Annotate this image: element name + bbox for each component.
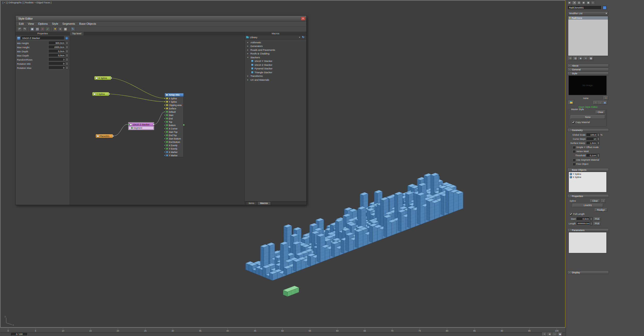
array-output-port[interactable] (183, 124, 185, 126)
pin-stack-icon[interactable]: ⊙ (568, 56, 573, 60)
clear-spline-button[interactable]: Clear (590, 199, 600, 202)
array-port-y-spline[interactable]: Y Spline (165, 100, 183, 103)
output-port[interactable] (153, 124, 155, 125)
array-port-surface[interactable]: Surface (165, 107, 183, 110)
param-value-field[interactable]: 0,0cm (49, 50, 65, 53)
tab-create-icon[interactable]: ▶ (567, 1, 572, 5)
rollout-style[interactable]: − Style (567, 72, 609, 75)
tab-top-level[interactable]: Top level (70, 32, 84, 35)
menu-style[interactable]: Style (50, 22, 60, 25)
refresh-library-icon[interactable]: ↻ (302, 36, 305, 39)
node-plane001[interactable]: Plane001 (96, 134, 113, 138)
tab-hierarchy-icon[interactable]: ▤ (577, 1, 581, 5)
expand-icon[interactable]: − (568, 129, 571, 131)
surface-interp-field[interactable]: 1,0cm (587, 142, 597, 145)
expand-icon[interactable]: + (568, 64, 571, 67)
param-spinner[interactable] (66, 45, 68, 49)
array-port-bottom[interactable]: Bottom (165, 124, 183, 127)
array-port-start-bottom[interactable]: Start Bottom (165, 137, 183, 140)
pick-start-button[interactable]: Pick (594, 217, 600, 220)
paste-icon[interactable]: ▤ (35, 27, 40, 31)
zoom-icon[interactable]: + (542, 332, 547, 336)
node-name-field[interactable]: 10x10 Z Stacker (21, 36, 64, 40)
global-scale-field[interactable]: 100,0 (587, 133, 597, 136)
array-port-x-evenly[interactable]: X Evenly (165, 144, 183, 147)
vertex-weld-checkbox[interactable] (573, 150, 575, 153)
global-scale-spinner[interactable] (597, 133, 600, 137)
rollout-general[interactable]: + General (567, 68, 609, 71)
start-spinner[interactable] (590, 217, 592, 221)
timeline-ruler[interactable]: 0510152025303540455055606570758085909510… (0, 328, 565, 332)
array-port-top[interactable]: Top (165, 120, 183, 124)
menu-view[interactable]: View (26, 22, 36, 25)
free-object-checkbox[interactable] (573, 163, 575, 165)
expand-icon[interactable]: + (568, 68, 571, 71)
make-unique-icon[interactable]: ◈ (578, 56, 583, 60)
tree-category-arithmetic[interactable]: ▸Arithmetic (245, 40, 306, 44)
use-segment-material-checkbox[interactable] (573, 159, 575, 161)
param-spinner[interactable] (66, 54, 68, 57)
tab-display-icon[interactable]: ▣ (586, 1, 590, 5)
rollout-properties[interactable]: − Properties (567, 194, 609, 198)
array-port-x-corner[interactable]: X Corner (165, 127, 183, 130)
simple-y-offset-checkbox[interactable] (573, 146, 575, 149)
array-port-start[interactable]: Start (165, 113, 183, 117)
copy-material-checkbox[interactable] (572, 121, 574, 124)
array-port-end[interactable]: End (165, 117, 183, 120)
param-spinner[interactable] (66, 50, 68, 53)
param-value-field[interactable]: 0 (49, 66, 65, 69)
menu-edit[interactable]: Edit (17, 22, 26, 25)
object-color-swatch[interactable] (603, 6, 606, 10)
output-port[interactable] (112, 135, 114, 137)
grid-view-icon[interactable]: ▦ (63, 27, 68, 31)
array-port-x-marker[interactable]: X Marker (165, 150, 183, 154)
delete-icon[interactable]: × (40, 27, 45, 31)
array-port-x-spline[interactable]: X Spline (165, 97, 183, 100)
array-port-start-top[interactable]: Start Top (165, 130, 183, 134)
base-objects-list[interactable]: Y SplineX Spline (569, 172, 607, 192)
surface-interp-spinner[interactable] (597, 141, 600, 145)
rollout-display[interactable]: + Display (567, 271, 609, 274)
parameters-list[interactable] (569, 232, 607, 253)
param-value-field[interactable]: 2000,0cm (49, 46, 65, 49)
list-view-icon[interactable]: ≡ (58, 27, 63, 31)
undo-icon[interactable]: ↶ (17, 27, 22, 31)
array-port-end-bottom[interactable]: End Bottom (165, 140, 183, 144)
frame-counter-field[interactable]: 0 / 100 (11, 333, 28, 336)
base-object-item[interactable]: Y Spline (569, 173, 606, 176)
realign-button[interactable]: Realign (595, 208, 607, 211)
show-end-result-icon[interactable]: ▥ (573, 56, 578, 60)
curve-steps-spinner[interactable] (597, 137, 600, 141)
import-style-icon[interactable]: ↑ (593, 101, 598, 104)
spline-object-button[interactable]: Line001 (573, 204, 603, 207)
tree-item-triangle-stacker[interactable]: Triangle Stacker (245, 70, 306, 74)
viewport-label[interactable]: [ + ] [ Orthographic ] [ Realistic + Edg… (3, 1, 52, 4)
node-info-icon[interactable]: i (65, 37, 68, 40)
node-canvas[interactable]: X Spline Y Spline (70, 35, 244, 205)
threshold-field[interactable]: 0,1cm (587, 154, 597, 157)
tab-macros[interactable]: Macros (257, 201, 271, 205)
tree-category-roofs-cladding[interactable]: ▸Roofs & Cladding (245, 52, 306, 56)
export-style-icon[interactable]: ↓ (598, 101, 603, 104)
style-editor-window[interactable]: Style Editor × Edit View Options Style S… (15, 15, 307, 205)
param-spinner[interactable] (66, 41, 68, 45)
input-port[interactable] (128, 124, 130, 125)
tree-item-10x10-z-stacker[interactable]: 10x10 Z Stacker (245, 63, 306, 67)
expand-icon[interactable]: − (568, 72, 571, 75)
node-x-spline[interactable]: X Spline (94, 76, 111, 80)
tree-category-transforms[interactable]: ▸Transforms (245, 74, 306, 78)
array-port-default[interactable]: Default (165, 110, 183, 113)
rollout-parameters[interactable]: − Parameters (567, 228, 609, 232)
stacker-segment-slot[interactable]: Segment (129, 126, 154, 130)
tree-item-pyramid-stacker[interactable]: Pyramid Stacker (245, 67, 306, 71)
menu-segments[interactable]: Segments (60, 22, 77, 25)
rollout-base-objects[interactable]: − Base Objects (567, 168, 609, 171)
object-name-field[interactable]: RailClone001 (568, 6, 601, 10)
configure-modifier-icon[interactable]: ▦ (589, 56, 593, 60)
curve-steps-field[interactable]: 10 (587, 137, 597, 141)
style-select-icon[interactable]: ↕ (604, 96, 608, 100)
swap-spline-icon[interactable]: ↕ (601, 199, 606, 203)
param-value-field[interactable]: 0,0cm (49, 54, 65, 57)
param-value-field[interactable]: 0 (49, 62, 65, 65)
modifier-stack[interactable]: RailClone (568, 16, 608, 56)
